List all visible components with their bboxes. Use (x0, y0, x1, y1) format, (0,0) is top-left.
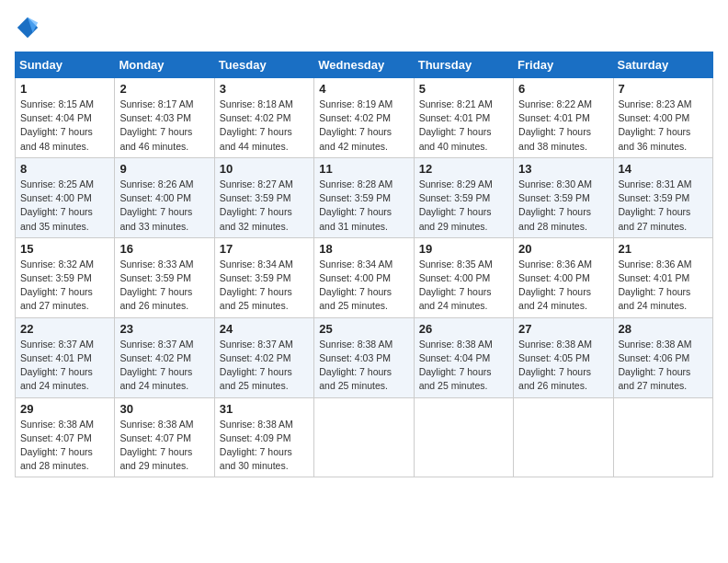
day-info: Sunrise: 8:38 AM Sunset: 4:07 PM Dayligh… (119, 418, 209, 474)
day-number: 23 (119, 322, 209, 336)
logo (15, 15, 44, 40)
day-info: Sunrise: 8:18 AM Sunset: 4:02 PM Dayligh… (220, 98, 309, 154)
day-info: Sunrise: 8:31 AM Sunset: 3:59 PM Dayligh… (619, 178, 708, 234)
day-info: Sunrise: 8:38 AM Sunset: 4:09 PM Dayligh… (220, 418, 309, 474)
day-number: 11 (319, 162, 408, 176)
calendar-cell-13: 13Sunrise: 8:30 AM Sunset: 3:59 PM Dayli… (514, 157, 613, 237)
day-number: 22 (20, 322, 109, 336)
day-info: Sunrise: 8:38 AM Sunset: 4:07 PM Dayligh… (20, 418, 109, 474)
day-info: Sunrise: 8:38 AM Sunset: 4:03 PM Dayligh… (319, 338, 408, 394)
day-number: 16 (119, 242, 209, 256)
calendar-cell-26: 26Sunrise: 8:38 AM Sunset: 4:04 PM Dayli… (414, 317, 513, 397)
day-number: 10 (220, 162, 309, 176)
calendar-cell-29: 29Sunrise: 8:38 AM Sunset: 4:07 PM Dayli… (16, 397, 115, 477)
calendar-cell-24: 24Sunrise: 8:37 AM Sunset: 4:02 PM Dayli… (214, 317, 313, 397)
day-number: 18 (319, 242, 408, 256)
day-info: Sunrise: 8:35 AM Sunset: 4:00 PM Dayligh… (419, 258, 508, 314)
day-number: 21 (619, 242, 708, 256)
calendar-cell-3: 3Sunrise: 8:18 AM Sunset: 4:02 PM Daylig… (214, 78, 313, 158)
day-info: Sunrise: 8:37 AM Sunset: 4:02 PM Dayligh… (119, 338, 209, 394)
day-number: 31 (220, 402, 309, 416)
calendar-cell-25: 25Sunrise: 8:38 AM Sunset: 4:03 PM Dayli… (314, 317, 414, 397)
calendar-cell-5: 5Sunrise: 8:21 AM Sunset: 4:01 PM Daylig… (414, 78, 513, 158)
day-number: 1 (20, 82, 109, 96)
calendar-cell-18: 18Sunrise: 8:34 AM Sunset: 4:00 PM Dayli… (314, 237, 414, 317)
day-info: Sunrise: 8:33 AM Sunset: 3:59 PM Dayligh… (119, 258, 209, 314)
calendar-cell-11: 11Sunrise: 8:28 AM Sunset: 3:59 PM Dayli… (314, 157, 414, 237)
calendar-cell-27: 27Sunrise: 8:38 AM Sunset: 4:05 PM Dayli… (514, 317, 613, 397)
col-header-friday: Friday (514, 52, 613, 78)
day-number: 27 (518, 322, 608, 336)
day-info: Sunrise: 8:29 AM Sunset: 3:59 PM Dayligh… (419, 178, 508, 234)
calendar-cell-14: 14Sunrise: 8:31 AM Sunset: 3:59 PM Dayli… (613, 157, 712, 237)
empty-cell (613, 397, 712, 477)
day-number: 2 (119, 82, 209, 96)
col-header-thursday: Thursday (414, 52, 513, 78)
day-number: 6 (518, 82, 608, 96)
logo-icon (15, 15, 40, 40)
day-number: 17 (220, 242, 309, 256)
day-number: 29 (20, 402, 109, 416)
day-info: Sunrise: 8:36 AM Sunset: 4:00 PM Dayligh… (518, 258, 608, 314)
day-number: 9 (119, 162, 209, 176)
calendar-cell-30: 30Sunrise: 8:38 AM Sunset: 4:07 PM Dayli… (115, 397, 214, 477)
calendar-cell-19: 19Sunrise: 8:35 AM Sunset: 4:00 PM Dayli… (414, 237, 513, 317)
day-info: Sunrise: 8:15 AM Sunset: 4:04 PM Dayligh… (20, 98, 109, 154)
day-info: Sunrise: 8:26 AM Sunset: 4:00 PM Dayligh… (119, 178, 209, 234)
calendar-table: SundayMondayTuesdayWednesdayThursdayFrid… (15, 52, 713, 477)
day-info: Sunrise: 8:17 AM Sunset: 4:03 PM Dayligh… (119, 98, 209, 154)
calendar-cell-7: 7Sunrise: 8:23 AM Sunset: 4:00 PM Daylig… (613, 78, 712, 158)
calendar-cell-31: 31Sunrise: 8:38 AM Sunset: 4:09 PM Dayli… (214, 397, 313, 477)
day-number: 14 (619, 162, 708, 176)
col-header-monday: Monday (115, 52, 214, 78)
day-info: Sunrise: 8:38 AM Sunset: 4:05 PM Dayligh… (518, 338, 608, 394)
day-info: Sunrise: 8:37 AM Sunset: 4:02 PM Dayligh… (220, 338, 309, 394)
day-number: 19 (419, 242, 508, 256)
day-number: 13 (518, 162, 608, 176)
day-number: 4 (319, 82, 408, 96)
calendar-cell-22: 22Sunrise: 8:37 AM Sunset: 4:01 PM Dayli… (16, 317, 115, 397)
day-info: Sunrise: 8:32 AM Sunset: 3:59 PM Dayligh… (20, 258, 109, 314)
day-info: Sunrise: 8:21 AM Sunset: 4:01 PM Dayligh… (419, 98, 508, 154)
day-number: 8 (20, 162, 109, 176)
day-info: Sunrise: 8:38 AM Sunset: 4:06 PM Dayligh… (619, 338, 708, 394)
day-number: 25 (319, 322, 408, 336)
day-info: Sunrise: 8:30 AM Sunset: 3:59 PM Dayligh… (518, 178, 608, 234)
calendar-cell-16: 16Sunrise: 8:33 AM Sunset: 3:59 PM Dayli… (115, 237, 214, 317)
day-number: 7 (619, 82, 708, 96)
day-number: 3 (220, 82, 309, 96)
calendar-cell-12: 12Sunrise: 8:29 AM Sunset: 3:59 PM Dayli… (414, 157, 513, 237)
calendar-cell-2: 2Sunrise: 8:17 AM Sunset: 4:03 PM Daylig… (115, 78, 214, 158)
day-info: Sunrise: 8:36 AM Sunset: 4:01 PM Dayligh… (619, 258, 708, 314)
day-number: 5 (419, 82, 508, 96)
calendar-cell-9: 9Sunrise: 8:26 AM Sunset: 4:00 PM Daylig… (115, 157, 214, 237)
day-number: 24 (220, 322, 309, 336)
day-number: 15 (20, 242, 109, 256)
day-info: Sunrise: 8:27 AM Sunset: 3:59 PM Dayligh… (220, 178, 309, 234)
calendar-cell-17: 17Sunrise: 8:34 AM Sunset: 3:59 PM Dayli… (214, 237, 313, 317)
day-info: Sunrise: 8:19 AM Sunset: 4:02 PM Dayligh… (319, 98, 408, 154)
calendar-cell-21: 21Sunrise: 8:36 AM Sunset: 4:01 PM Dayli… (613, 237, 712, 317)
calendar-cell-1: 1Sunrise: 8:15 AM Sunset: 4:04 PM Daylig… (16, 78, 115, 158)
day-number: 30 (119, 402, 209, 416)
day-number: 28 (619, 322, 708, 336)
day-info: Sunrise: 8:34 AM Sunset: 3:59 PM Dayligh… (220, 258, 309, 314)
day-info: Sunrise: 8:25 AM Sunset: 4:00 PM Dayligh… (20, 178, 109, 234)
calendar-cell-4: 4Sunrise: 8:19 AM Sunset: 4:02 PM Daylig… (314, 78, 414, 158)
col-header-wednesday: Wednesday (314, 52, 414, 78)
calendar-cell-8: 8Sunrise: 8:25 AM Sunset: 4:00 PM Daylig… (16, 157, 115, 237)
empty-cell (414, 397, 513, 477)
col-header-saturday: Saturday (613, 52, 712, 78)
day-info: Sunrise: 8:37 AM Sunset: 4:01 PM Dayligh… (20, 338, 109, 394)
calendar-cell-6: 6Sunrise: 8:22 AM Sunset: 4:01 PM Daylig… (514, 78, 613, 158)
day-info: Sunrise: 8:22 AM Sunset: 4:01 PM Dayligh… (518, 98, 608, 154)
day-info: Sunrise: 8:38 AM Sunset: 4:04 PM Dayligh… (419, 338, 508, 394)
calendar-cell-23: 23Sunrise: 8:37 AM Sunset: 4:02 PM Dayli… (115, 317, 214, 397)
day-number: 12 (419, 162, 508, 176)
calendar-cell-15: 15Sunrise: 8:32 AM Sunset: 3:59 PM Dayli… (16, 237, 115, 317)
day-number: 20 (518, 242, 608, 256)
day-info: Sunrise: 8:34 AM Sunset: 4:00 PM Dayligh… (319, 258, 408, 314)
day-number: 26 (419, 322, 508, 336)
calendar-cell-10: 10Sunrise: 8:27 AM Sunset: 3:59 PM Dayli… (214, 157, 313, 237)
day-info: Sunrise: 8:28 AM Sunset: 3:59 PM Dayligh… (319, 178, 408, 234)
